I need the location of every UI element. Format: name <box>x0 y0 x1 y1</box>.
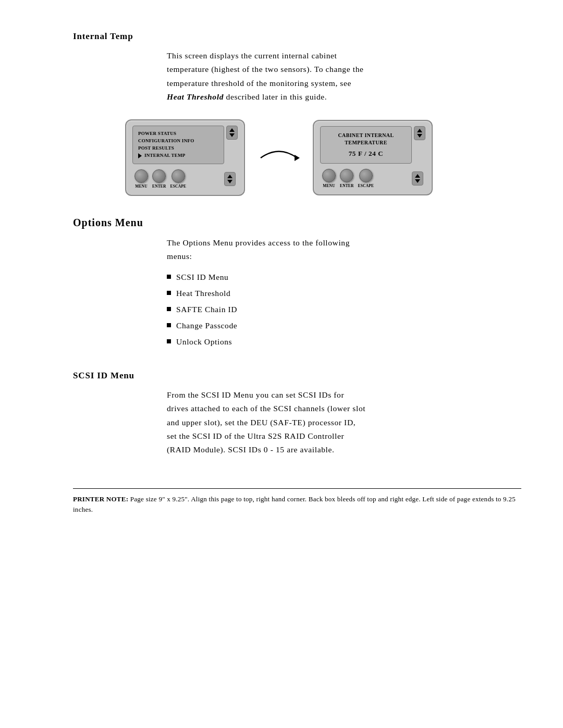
arrow-path <box>261 151 297 158</box>
escape-button[interactable] <box>172 169 185 183</box>
internal-temp-description: This screen displays the current interna… <box>167 49 469 104</box>
diagram-area: POWER STATUS CONFIGURATION INFO POST RES… <box>125 119 521 196</box>
panel-buttons-left: MENU ENTER ESCAPE <box>132 169 238 189</box>
menu-item-power: POWER STATUS <box>138 130 218 138</box>
enter-button-right-wrapper: ENTER <box>340 169 354 188</box>
scroll-down-icon <box>229 133 235 137</box>
lcd-screen-left: POWER STATUS CONFIGURATION INFO POST RES… <box>132 126 224 164</box>
scsi-id-heading: SCSI ID Menu <box>73 371 521 381</box>
menu-button-label: MENU <box>135 184 148 189</box>
list-item: SAFTE Chain ID <box>167 301 521 317</box>
list-item: Heat Threshold <box>167 285 521 301</box>
bullet-icon <box>167 323 171 327</box>
scroll-down-bottom-right-icon <box>415 179 420 183</box>
menu-item-config: CONFIGURATION INFO <box>138 138 218 145</box>
enter-button-right[interactable] <box>340 169 353 182</box>
escape-button-wrapper: ESCAPE <box>170 169 187 189</box>
printer-note-label: PRINTER NOTE: <box>73 495 128 503</box>
options-menu-heading: Options Menu <box>73 217 521 229</box>
desc-suffix: described later in this guide. <box>224 92 327 101</box>
scroll-box-left <box>226 126 238 140</box>
scroll-up-bottom-icon <box>227 175 232 178</box>
menu-button-right-label: MENU <box>323 183 335 188</box>
enter-button-right-label: ENTER <box>340 183 354 188</box>
scroll-up-bottom-right-icon <box>415 174 420 178</box>
bullet-icon <box>167 307 171 311</box>
printer-note-text: Page size 9" x 9.25". Align this page to… <box>73 495 516 514</box>
scroll-down-right-icon <box>417 134 422 138</box>
escape-button-label: ESCAPE <box>170 184 187 189</box>
menu-item-post: POST RESULTS <box>138 145 218 152</box>
curved-arrow-svg <box>255 142 302 174</box>
bullet-icon <box>167 339 171 343</box>
list-item: Unlock Options <box>167 334 521 350</box>
escape-button-right[interactable] <box>359 169 373 182</box>
scroll-box-right <box>414 126 425 140</box>
bullet-icon <box>167 291 171 295</box>
options-intro: The Options Menu provides access to the … <box>167 236 469 264</box>
desc-line1: This screen displays the current interna… <box>167 51 337 60</box>
scroll-down-bottom-icon <box>227 180 232 183</box>
menu-button[interactable] <box>134 169 148 183</box>
internal-temp-section: Internal Temp This screen displays the c… <box>73 31 521 104</box>
list-item: Change Passcode <box>167 317 521 334</box>
bullet-icon <box>167 275 171 279</box>
cabinet-title: CABINET INTERNAL TEMPERATURE <box>327 132 405 146</box>
options-menu-section: Options Menu The Options Menu provides a… <box>73 217 521 350</box>
menu-item-internal-temp: INTERNAL TEMP <box>138 152 218 159</box>
cabinet-temp: 75 F / 24 C <box>327 150 405 158</box>
arrow-connector <box>255 142 302 174</box>
desc-line2: temperature (highest of the two sensors)… <box>167 65 364 73</box>
menu-button-right[interactable] <box>322 169 336 182</box>
arrow-head <box>295 155 300 161</box>
enter-button[interactable] <box>152 169 166 183</box>
lcd-screen-right: CABINET INTERNAL TEMPERATURE 75 F / 24 C <box>320 126 412 164</box>
list-item: SCSI ID Menu <box>167 269 521 285</box>
scroll-box-bottom-left <box>224 172 236 186</box>
menu-button-right-wrapper: MENU <box>322 169 336 188</box>
selected-arrow-icon <box>138 153 142 158</box>
button-group-left: MENU ENTER ESCAPE <box>134 169 186 189</box>
enter-button-label: ENTER <box>152 184 166 189</box>
screen-row-right: CABINET INTERNAL TEMPERATURE 75 F / 24 C <box>320 126 425 169</box>
options-list: SCSI ID Menu Heat Threshold SAFTE Chain … <box>167 269 521 350</box>
scroll-up-icon <box>229 128 235 132</box>
scroll-up-right-icon <box>417 129 422 132</box>
right-lcd-panel: CABINET INTERNAL TEMPERATURE 75 F / 24 C… <box>313 120 433 195</box>
panel-buttons-right: MENU ENTER ESCAPE <box>320 169 425 188</box>
scroll-box-bottom-right <box>412 171 423 186</box>
printer-note: PRINTER NOTE: Page size 9" x 9.25". Alig… <box>73 488 521 516</box>
enter-button-wrapper: ENTER <box>152 169 166 189</box>
internal-temp-heading: Internal Temp <box>73 31 521 42</box>
button-group-right: MENU ENTER ESCAPE <box>322 169 374 188</box>
scsi-id-section: SCSI ID Menu From the SCSI ID Menu you c… <box>73 371 521 457</box>
menu-button-wrapper: MENU <box>134 169 148 189</box>
screen-row: POWER STATUS CONFIGURATION INFO POST RES… <box>132 126 238 169</box>
scsi-id-body: From the SCSI ID Menu you can set SCSI I… <box>167 388 469 457</box>
desc-italic: Heat Threshold <box>167 92 224 101</box>
left-lcd-panel: POWER STATUS CONFIGURATION INFO POST RES… <box>125 119 245 196</box>
escape-button-right-label: ESCAPE <box>358 183 374 188</box>
escape-button-right-wrapper: ESCAPE <box>358 169 374 188</box>
desc-line3: temperature threshold of the monitoring … <box>167 79 351 88</box>
